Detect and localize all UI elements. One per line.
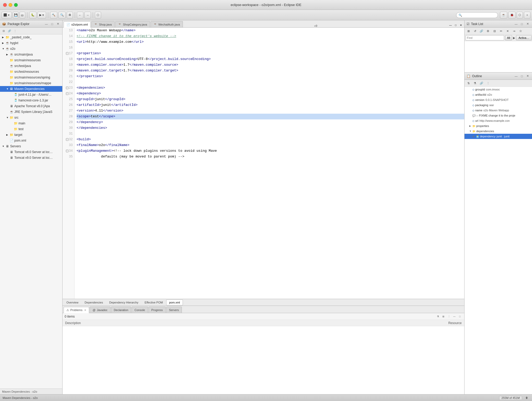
bottom-editor-tab-overview[interactable]: Overview xyxy=(64,300,81,305)
tree-item[interactable]: 📁src/main/resources xyxy=(0,57,62,63)
run-button[interactable]: ▶▼ xyxy=(38,12,46,19)
task-activate-btn[interactable]: Activa… xyxy=(516,35,531,40)
code-line[interactable] xyxy=(77,79,464,85)
outline-item[interactable]: ▶📁properties xyxy=(465,123,532,129)
tree-item[interactable]: 📁src/main/resources/mappe xyxy=(0,80,62,86)
code-line[interactable]: <finalName>o2o</finalName> xyxy=(77,142,464,148)
task-new-btn[interactable]: ⊞ xyxy=(466,28,471,34)
code-line[interactable]: <build> xyxy=(77,137,464,142)
new-button[interactable]: ⬛▼ xyxy=(2,12,12,19)
tree-item[interactable]: ▶📁target xyxy=(0,132,62,138)
bottom-panel-tab-servers[interactable]: Servers xyxy=(166,307,182,313)
tab-close-btn[interactable]: ✕ xyxy=(84,309,86,312)
code-line[interactable]: <project.build.sourceEncoding>UTF-8</pro… xyxy=(77,56,464,62)
bp-menu-btn[interactable]: ⋮ xyxy=(447,314,451,319)
search-button[interactable]: 🔍 xyxy=(58,12,66,19)
next-button[interactable]: → xyxy=(84,12,91,19)
outline-sort-btn[interactable]: ⇅ xyxy=(466,80,471,86)
tree-item[interactable]: 📁test xyxy=(0,126,62,132)
code-content[interactable]: <name>o2o Maven Webapp</name> <!-- FIXME… xyxy=(75,28,464,299)
toolbar-search-input[interactable] xyxy=(456,12,498,18)
tree-item[interactable]: 🫙hamcrest-core-1.3.jar xyxy=(0,98,62,103)
code-line[interactable]: <scope>test</scope> xyxy=(77,114,464,119)
maximize-button[interactable] xyxy=(14,3,18,7)
outline-item[interactable]: ◇packagingwar xyxy=(465,102,532,108)
prev-button[interactable]: ← xyxy=(77,12,83,19)
code-line[interactable]: </properties> xyxy=(77,74,464,79)
editor-tab-pom-xml[interactable]: 📄o2o/pom.xml xyxy=(64,21,91,28)
code-line[interactable]: </dependencies> xyxy=(77,125,464,131)
task-link-btn[interactable]: 🔗 xyxy=(479,28,484,34)
perspective-extra-btn[interactable]: ⬡ xyxy=(517,12,523,19)
outline-expand-icon[interactable]: ▶ xyxy=(473,135,476,138)
editor-close-btn[interactable]: ✕ xyxy=(459,23,463,27)
editor-min-btn[interactable]: — xyxy=(448,23,453,27)
tree-item[interactable]: 🖥Tomcat v8.0 Server at loc… xyxy=(0,149,62,155)
outline-close-btn[interactable]: ✕ xyxy=(525,74,530,78)
bp-min-btn[interactable]: — xyxy=(452,314,457,319)
outline-item[interactable]: ◇nameo2o Maven Webapp xyxy=(465,108,532,113)
code-line[interactable] xyxy=(77,45,464,51)
code-line[interactable]: <maven.compiler.target>1.7</maven.compil… xyxy=(77,68,464,74)
bottom-panel-tab-console[interactable]: Console xyxy=(132,307,148,313)
save-button[interactable]: 💾 xyxy=(13,12,18,19)
fold-icon[interactable]: − xyxy=(66,92,69,95)
task-forward-btn[interactable]: ⇒ xyxy=(511,28,517,34)
outline-menu-btn[interactable]: ⋮ xyxy=(485,80,491,86)
perspective-java-btn[interactable]: ☕ xyxy=(500,12,507,19)
debug-button[interactable]: 🐛 xyxy=(29,12,36,19)
outline-expand-icon[interactable]: ▼ xyxy=(469,130,472,132)
outline-item[interactable]: ◇artifactIdo2o xyxy=(465,92,532,97)
fold-icon[interactable]: − xyxy=(66,52,69,55)
editor-max-btn[interactable]: □ xyxy=(453,23,458,27)
filter-btn[interactable]: ⚗ xyxy=(436,314,440,319)
editor-tab-wechatauth-java[interactable]: ☕WechatAuth.java xyxy=(151,21,183,27)
save-all-button[interactable]: 🗂 xyxy=(20,12,25,19)
tree-item[interactable]: 🫙junit-4.11.jar - /Users/… xyxy=(0,92,62,98)
minimize-panel-btn[interactable]: — xyxy=(44,22,49,26)
tree-item[interactable]: 🖥Tomcat v9.0 Server at loc… xyxy=(0,155,62,161)
tree-item[interactable]: 📁src/main/resources/spring xyxy=(0,75,62,80)
tree-item[interactable]: 📁main xyxy=(0,120,62,126)
bottom-panel-tab-problems[interactable]: ⚠Problems✕ xyxy=(64,307,89,313)
gc-button[interactable]: 🗑 xyxy=(524,396,529,400)
task-edit-btn[interactable]: ✏ xyxy=(498,28,504,34)
code-line[interactable]: <artifactId>junit</artifactId> xyxy=(77,102,464,108)
refactor-button[interactable]: ♻ xyxy=(67,12,73,19)
fold-icon[interactable]: − xyxy=(66,138,69,141)
perspective-debug-btn[interactable]: 🐞 xyxy=(508,12,516,19)
outline-item[interactable]: ◇version0.0.1-SNAPSHOT xyxy=(465,97,532,102)
tree-item[interactable]: ▼🏛Maven Dependencies xyxy=(0,86,62,92)
tree-item[interactable]: ▼☕o2o xyxy=(0,46,62,52)
code-line[interactable]: defaults (may be moved to parent pom) --… xyxy=(77,154,464,160)
outline-min-btn[interactable]: — xyxy=(514,74,518,78)
task-collapse-btn[interactable]: ⊟ xyxy=(492,28,497,34)
code-line[interactable]: <dependency> xyxy=(77,91,464,96)
outline-sync-btn[interactable]: 🔗 xyxy=(479,80,484,86)
tab-overflow[interactable]: »9 xyxy=(313,24,319,27)
tree-item[interactable]: ▶☕hyglxt xyxy=(0,40,62,46)
code-line[interactable]: <version>4.11</version> xyxy=(77,108,464,114)
bp-max-btn[interactable]: □ xyxy=(457,314,462,319)
perspective-button[interactable]: ⬡ xyxy=(95,12,101,19)
collapse-all-btn[interactable]: ⊟ xyxy=(1,28,6,34)
code-line[interactable]: <url>http://www.example.com</url> xyxy=(77,39,464,45)
tree-item[interactable]: ▶☕src/main/java xyxy=(0,52,62,57)
outline-expand-icon[interactable]: ▶ xyxy=(469,125,472,127)
editor-tab-shopcategory-java[interactable]: ☕ShopCategory.java xyxy=(115,21,150,27)
task-filter-all-btn[interactable]: All xyxy=(505,35,512,40)
task-search-input[interactable] xyxy=(466,35,504,40)
code-line[interactable]: <name>o2o Maven Webapp</name> xyxy=(77,28,464,33)
code-line[interactable]: <!-- FIXME change it to the project's we… xyxy=(77,33,464,39)
fold-icon[interactable]: − xyxy=(66,150,69,152)
code-line[interactable]: </dependency> xyxy=(77,119,464,125)
tree-item[interactable]: 📄pom.xml xyxy=(0,138,62,143)
task-list-min-btn[interactable]: — xyxy=(514,22,518,26)
close-button[interactable] xyxy=(3,3,7,7)
task-close-btn[interactable]: ✕ xyxy=(505,28,510,34)
outline-item[interactable]: ◇groupIdcom.imooc xyxy=(465,87,532,92)
tree-item[interactable]: ☕JRE System Library [JavaS xyxy=(0,109,62,115)
outline-item[interactable]: 💬-- FIXME change it to the proje xyxy=(465,113,532,118)
build-button[interactable]: 🔨 xyxy=(50,12,57,19)
tree-item[interactable]: 🖥Apache Tomcat v8.0 [Apa xyxy=(0,103,62,109)
